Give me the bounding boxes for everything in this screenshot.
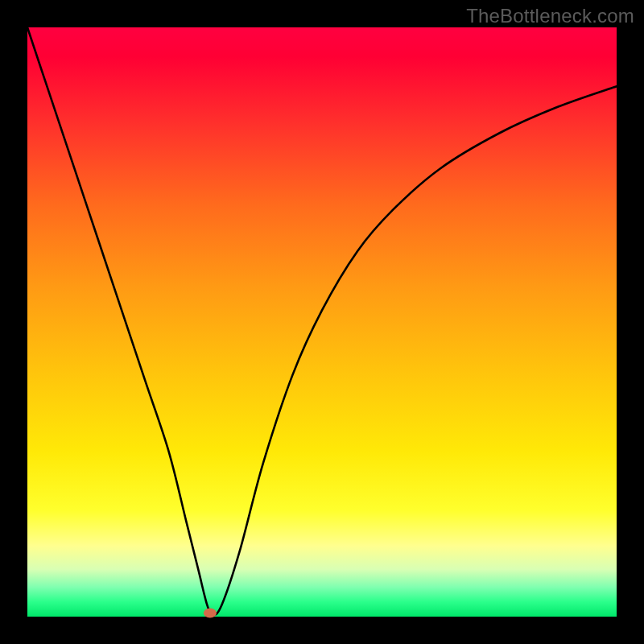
- plot-area: [27, 27, 617, 617]
- chart-svg: [27, 27, 617, 617]
- watermark-text: TheBottleneck.com: [466, 5, 634, 27]
- chart-container: TheBottleneck.com: [0, 0, 644, 644]
- curve-line: [27, 27, 617, 615]
- curve-minimum-marker: [204, 609, 217, 618]
